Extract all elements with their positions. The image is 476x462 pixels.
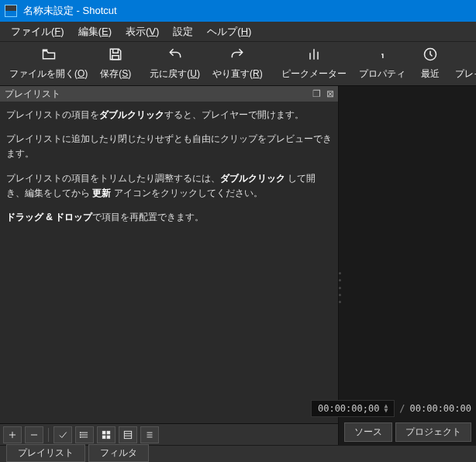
svg-rect-19 bbox=[107, 431, 110, 434]
playlist-remove-button[interactable] bbox=[25, 426, 43, 443]
tab-project[interactable]: プロジェクト bbox=[395, 422, 471, 442]
redo-button[interactable]: やり直す(R) bbox=[206, 42, 269, 85]
playlist-update-button[interactable] bbox=[53, 426, 72, 443]
timecode-stepper-icon[interactable]: ▲▼ bbox=[384, 404, 388, 413]
bottom-tab-playlist[interactable]: プレイリスト bbox=[6, 444, 85, 462]
info-icon bbox=[374, 47, 390, 64]
playlist-menu-button[interactable] bbox=[140, 426, 159, 443]
menu-settings[interactable]: 設定 bbox=[167, 22, 199, 41]
svg-rect-21 bbox=[107, 436, 110, 439]
bottom-panel-tabs: プレイリスト フィルタ bbox=[0, 445, 476, 462]
player-tabs: ソース プロジェクト bbox=[339, 422, 476, 442]
panel-float-icon[interactable]: ❐ bbox=[310, 88, 323, 100]
peak-meter-icon bbox=[306, 47, 322, 64]
player-pane: 00:00:00;00 ▲▼ / 00:00:00:00 ソース プロジェクト bbox=[339, 86, 476, 445]
menu-bar: ファイル(F) 編集(E) 表示(V) 設定 ヘルプ(H) bbox=[0, 22, 476, 42]
timecode-row: 00:00:00;00 ▲▼ / 00:00:00:00 bbox=[339, 400, 471, 417]
menu-file[interactable]: ファイル(F) bbox=[5, 22, 71, 41]
svg-rect-0 bbox=[112, 56, 119, 60]
undo-button[interactable]: 元に戻す(U) bbox=[143, 42, 206, 85]
svg-point-15 bbox=[80, 432, 81, 433]
svg-rect-18 bbox=[102, 431, 105, 434]
content-area: プレイリスト ❐ ⊠ プレイリストの項目をダブルクリックすると、プレイヤーで開け… bbox=[0, 86, 476, 445]
svg-point-16 bbox=[80, 434, 81, 435]
splitter-handle[interactable] bbox=[339, 272, 343, 303]
playlist-panel: プレイリスト ❐ ⊠ プレイリストの項目をダブルクリックすると、プレイヤーで開け… bbox=[0, 86, 339, 445]
window-title: 名称未設定 - Shotcut bbox=[23, 4, 117, 18]
menu-help[interactable]: ヘルプ(H) bbox=[201, 22, 257, 41]
svg-rect-20 bbox=[102, 436, 105, 439]
playlist-view-details-button[interactable] bbox=[75, 426, 94, 443]
main-toolbar: ファイルを開く(O) 保存(S) 元に戻す(U) やり直す(R) ピークメーター bbox=[0, 42, 476, 86]
playlist-button[interactable]: プレイリスト bbox=[449, 42, 476, 85]
bottom-tab-filter[interactable]: フィルタ bbox=[88, 444, 149, 462]
open-file-button[interactable]: ファイルを開く(O) bbox=[3, 42, 94, 85]
window-titlebar: 名称未設定 - Shotcut bbox=[0, 0, 476, 22]
timecode-total: 00:00:00:00 bbox=[410, 403, 471, 414]
properties-button[interactable]: プロパティ bbox=[353, 42, 412, 85]
panel-close-icon[interactable]: ⊠ bbox=[324, 88, 336, 100]
redo-icon bbox=[229, 47, 245, 64]
tab-source[interactable]: ソース bbox=[344, 422, 392, 442]
timecode-current[interactable]: 00:00:00;00 ▲▼ bbox=[311, 400, 395, 417]
clock-icon bbox=[423, 47, 438, 64]
playlist-toolbar bbox=[0, 423, 338, 445]
playlist-add-button[interactable] bbox=[3, 426, 22, 443]
svg-point-17 bbox=[80, 436, 81, 437]
playlist-view-icons-button[interactable] bbox=[119, 426, 137, 443]
svg-rect-22 bbox=[124, 431, 131, 438]
undo-icon bbox=[167, 47, 183, 64]
playlist-panel-title: プレイリスト bbox=[5, 88, 60, 101]
recent-button[interactable]: 最近 bbox=[412, 42, 449, 85]
save-button[interactable]: 保存(S) bbox=[94, 42, 137, 85]
playlist-view-tiles-button[interactable] bbox=[97, 426, 116, 443]
open-file-icon bbox=[41, 47, 57, 64]
save-icon bbox=[108, 47, 123, 64]
peak-meter-button[interactable]: ピークメーター bbox=[275, 42, 353, 85]
menu-view[interactable]: 表示(V) bbox=[119, 22, 165, 41]
playlist-empty-help: プレイリストの項目をダブルクリックすると、プレイヤーで開けます。 プレイリストに… bbox=[0, 102, 338, 423]
app-icon bbox=[5, 5, 17, 17]
menu-edit[interactable]: 編集(E) bbox=[72, 22, 118, 41]
playlist-panel-titlebar: プレイリスト ❐ ⊠ bbox=[0, 86, 338, 102]
